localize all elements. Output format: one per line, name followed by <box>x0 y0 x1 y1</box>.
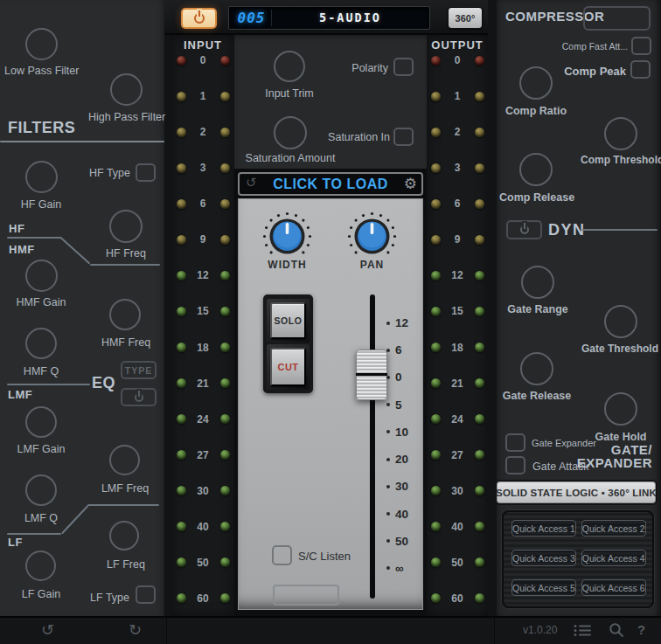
comp-peak-checkbox[interactable] <box>630 60 651 79</box>
dyn-power-button[interactable] <box>506 220 542 239</box>
preset-load-button[interactable]: ↺ CLICK TO LOAD ⚙ <box>238 172 423 196</box>
meter-led <box>431 343 441 352</box>
meter-scale-label: 30 <box>191 485 215 497</box>
quick-access-button[interactable]: Quick Access 1 <box>511 520 576 537</box>
fader-scale-row: 6 <box>386 343 423 357</box>
meter-scale-label: 9 <box>191 233 215 246</box>
quick-access-button[interactable]: Quick Access 5 <box>511 579 576 596</box>
quick-access-button[interactable]: Quick Access 3 <box>511 550 576 566</box>
meter-led <box>177 593 186 603</box>
lf-type-checkbox[interactable] <box>136 585 156 604</box>
lmf-freq-knob[interactable] <box>109 445 140 475</box>
eq-type-button[interactable]: TYPE <box>121 361 157 379</box>
meter-led <box>475 56 484 66</box>
hmf-q-knob[interactable] <box>25 328 57 359</box>
cut-button[interactable]: CUT <box>270 348 306 386</box>
gate-range-knob[interactable] <box>521 266 554 299</box>
meter-led <box>475 271 484 280</box>
search-icon[interactable] <box>609 622 624 638</box>
quick-access-button[interactable]: Quick Access 4 <box>581 550 646 566</box>
compressor-value-box[interactable] <box>583 6 651 31</box>
hf-gain-knob[interactable] <box>25 161 58 193</box>
hf-type-checkbox[interactable] <box>136 163 156 182</box>
meter-led <box>475 92 484 101</box>
low-pass-filter-label: Low Pass Filter <box>4 65 78 77</box>
gate-expander-title-2: EXPANDER <box>565 455 652 470</box>
pan-knob[interactable] <box>347 211 397 261</box>
dyn-section-title: DYN <box>548 221 586 239</box>
pan-knob-label: PAN <box>347 259 397 271</box>
help-icon[interactable]: ? <box>637 622 645 637</box>
gate-hold-knob[interactable] <box>604 392 637 426</box>
gate-attack-checkbox[interactable] <box>505 456 525 474</box>
quick-access-button[interactable]: Quick Access 6 <box>581 579 646 596</box>
meter-scale-label: 3 <box>445 162 470 174</box>
comp-ratio-knob[interactable] <box>519 66 553 100</box>
meter-led <box>177 557 186 567</box>
tick-dot <box>386 349 390 352</box>
saturation-in-checkbox[interactable] <box>393 128 414 146</box>
comp-peak-label: Comp Peak <box>560 65 626 78</box>
menu-list-icon[interactable] <box>574 624 593 637</box>
open-360-button[interactable]: 360° <box>448 7 483 29</box>
hmf-gain-knob[interactable] <box>25 260 58 292</box>
comp-threshold-knob[interactable] <box>604 117 637 150</box>
hf-freq-knob[interactable] <box>109 210 143 243</box>
polarity-label: Polarity <box>336 62 388 74</box>
dyn-divider <box>581 229 658 231</box>
lmf-gain-knob[interactable] <box>25 406 57 438</box>
meter-led <box>220 163 230 173</box>
power-icon <box>194 13 205 24</box>
meter-led <box>431 199 441 209</box>
meter-led <box>177 378 186 388</box>
comp-release-knob[interactable] <box>519 153 553 186</box>
comp-fast-attack-checkbox[interactable] <box>631 37 651 55</box>
polarity-checkbox[interactable] <box>393 58 414 76</box>
fader-value-box[interactable] <box>273 585 339 606</box>
fader-scale-label: 0 <box>395 370 402 384</box>
input-trim-knob[interactable] <box>274 51 305 82</box>
preset-display[interactable]: 005 5-AUDIO <box>228 6 430 30</box>
quick-access-button[interactable]: Quick Access 2 <box>581 520 646 537</box>
master-power-button[interactable] <box>181 8 217 29</box>
low-pass-filter-knob[interactable] <box>25 28 58 60</box>
comp-threshold-label: Comp Threshold <box>581 154 659 166</box>
undo-icon[interactable]: ↺ <box>41 620 54 640</box>
high-pass-filter-knob[interactable] <box>110 73 143 106</box>
output-meter-title: OUTPUT <box>427 38 488 52</box>
hmf-band-title: HMF <box>9 243 35 256</box>
fader-handle[interactable] <box>356 350 387 400</box>
gear-icon[interactable]: ⚙ <box>404 175 417 193</box>
gate-threshold-knob[interactable] <box>604 305 637 338</box>
ssl-360-link-badge[interactable]: SOLID STATE LOGIC • 360° LINK <box>495 480 658 505</box>
quick-access-panel: Quick Access 1Quick Access 2Quick Access… <box>502 510 654 608</box>
meter-scale-label: 12 <box>191 269 215 281</box>
meter-scale-label: 18 <box>191 342 215 354</box>
lf-gain-knob[interactable] <box>25 551 56 581</box>
fader-track[interactable] <box>370 294 375 599</box>
hmf-freq-knob[interactable] <box>109 299 141 330</box>
meter-led <box>475 128 484 137</box>
meter-led <box>177 271 186 280</box>
meter-scale-label: 24 <box>445 413 470 426</box>
meter-led <box>177 414 186 424</box>
sc-listen-checkbox[interactable] <box>272 545 292 565</box>
meter-led <box>177 307 186 316</box>
solo-button[interactable]: SOLO <box>270 302 306 339</box>
lmf-q-knob[interactable] <box>25 474 57 506</box>
lf-freq-knob[interactable] <box>109 521 139 551</box>
hf-band-title: HF <box>9 222 24 235</box>
fader-scale-row: 40 <box>386 508 423 521</box>
width-knob[interactable] <box>262 211 312 261</box>
saturation-amount-knob[interactable] <box>274 116 307 149</box>
eq-power-button[interactable] <box>121 388 157 406</box>
meter-scale-label: 15 <box>445 305 470 317</box>
reload-icon[interactable]: ↺ <box>246 175 257 190</box>
gate-expander-checkbox[interactable] <box>505 433 525 452</box>
meter-scale-label: 15 <box>191 305 215 317</box>
redo-icon[interactable]: ↻ <box>129 620 142 640</box>
gate-release-knob[interactable] <box>520 352 553 385</box>
meter-scale-label: 50 <box>445 557 470 569</box>
strip-edge-bottom <box>234 610 427 616</box>
fader-scale-label: 6 <box>395 343 402 357</box>
